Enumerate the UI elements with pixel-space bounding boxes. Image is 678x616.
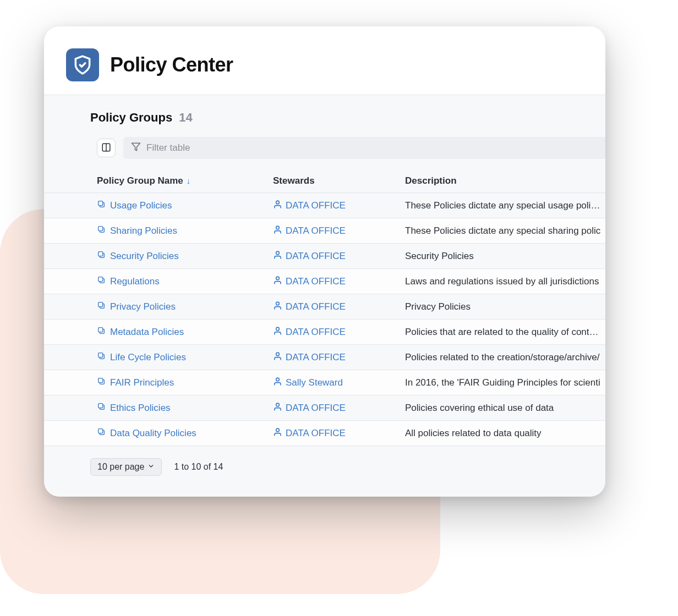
table-row: Data Quality PoliciesDATA OFFICEAll poli…	[44, 421, 605, 446]
steward-name: DATA OFFICE	[286, 226, 346, 237]
policy-description: Policies related to the creation/storage…	[405, 352, 605, 363]
policy-group-name: Privacy Policies	[110, 301, 176, 312]
svg-point-10	[276, 277, 280, 280]
columns-icon	[101, 142, 111, 154]
policy-description: Security Policies	[405, 251, 605, 262]
policy-group-icon	[97, 351, 106, 363]
steward-link[interactable]: DATA OFFICE	[273, 402, 405, 414]
policy-group-link[interactable]: Regulations	[97, 276, 273, 287]
per-page-select[interactable]: 10 per page	[90, 458, 162, 476]
svg-rect-19	[99, 404, 103, 408]
table-row: Metadata PoliciesDATA OFFICEPolicies tha…	[44, 320, 605, 345]
person-icon	[273, 276, 282, 288]
section-title: Policy Groups	[90, 111, 172, 125]
person-icon	[273, 326, 282, 338]
steward-name: DATA OFFICE	[286, 403, 346, 414]
policy-group-name: Ethics Policies	[110, 403, 171, 414]
policy-group-icon	[97, 276, 106, 287]
svg-point-22	[276, 428, 280, 432]
steward-link[interactable]: DATA OFFICE	[273, 351, 405, 364]
person-icon	[273, 250, 282, 262]
columns-button[interactable]	[97, 139, 116, 157]
steward-link[interactable]: DATA OFFICE	[273, 225, 405, 237]
policy-group-name: FAIR Principles	[110, 377, 174, 388]
svg-rect-13	[99, 328, 103, 332]
steward-link[interactable]: DATA OFFICE	[273, 250, 405, 262]
policy-description: Privacy Policies	[405, 301, 605, 312]
policy-table: Policy Group Name ↓ Stewards Description…	[44, 169, 605, 446]
policy-group-link[interactable]: Ethics Policies	[97, 402, 273, 414]
table-toolbar	[44, 137, 605, 159]
policy-group-link[interactable]: Privacy Policies	[97, 301, 273, 312]
content-area: Policy Groups 14 Policy Group Name ↓	[44, 95, 605, 497]
svg-rect-17	[99, 378, 103, 383]
steward-link[interactable]: Sally Steward	[273, 377, 405, 389]
policy-group-link[interactable]: Usage Policies	[97, 200, 273, 211]
table-row: Privacy PoliciesDATA OFFICEPrivacy Polic…	[44, 294, 605, 320]
svg-point-20	[276, 403, 280, 406]
person-icon	[273, 427, 282, 439]
table-row: RegulationsDATA OFFICELaws and regulatio…	[44, 269, 605, 294]
policy-group-name: Metadata Policies	[110, 327, 184, 338]
policy-group-icon	[97, 402, 106, 414]
policy-description: Laws and regulations issued by all juris…	[405, 276, 605, 287]
policy-group-link[interactable]: Sharing Policies	[97, 225, 273, 237]
table-row: Security PoliciesDATA OFFICESecurity Pol…	[44, 244, 605, 269]
policy-group-name: Regulations	[110, 276, 160, 287]
svg-rect-3	[99, 201, 103, 206]
shield-check-icon	[66, 48, 99, 81]
svg-rect-11	[99, 302, 103, 307]
table-footer: 10 per page 1 to 10 of 14	[44, 446, 605, 476]
filter-input[interactable]	[146, 142, 598, 153]
policy-group-name: Security Policies	[110, 251, 179, 262]
policy-group-name: Life Cycle Policies	[110, 352, 186, 363]
page-title: Policy Center	[110, 53, 233, 76]
per-page-label: 10 per page	[97, 462, 144, 472]
svg-rect-15	[99, 353, 103, 358]
policy-group-name: Usage Policies	[110, 200, 172, 211]
policy-group-link[interactable]: Data Quality Policies	[97, 427, 273, 439]
policy-description: These Policies dictate any special usage…	[405, 200, 605, 211]
steward-name: DATA OFFICE	[286, 301, 346, 312]
steward-link[interactable]: DATA OFFICE	[273, 326, 405, 338]
section-header: Policy Groups 14	[44, 111, 605, 137]
person-icon	[273, 301, 282, 313]
table-row: Life Cycle PoliciesDATA OFFICEPolicies r…	[44, 345, 605, 370]
svg-marker-2	[132, 143, 140, 151]
table-row: Ethics PoliciesDATA OFFICEPolicies cover…	[44, 395, 605, 421]
person-icon	[273, 377, 282, 389]
steward-name: Sally Steward	[286, 377, 343, 388]
svg-rect-21	[99, 429, 103, 433]
table-row: Sharing PoliciesDATA OFFICEThese Policie…	[44, 218, 605, 244]
policy-group-link[interactable]: FAIR Principles	[97, 377, 273, 388]
svg-point-12	[276, 302, 280, 305]
policy-group-icon	[97, 301, 106, 312]
svg-point-16	[276, 353, 280, 356]
filter-icon	[131, 142, 141, 154]
steward-name: DATA OFFICE	[286, 251, 346, 262]
svg-point-18	[276, 378, 280, 381]
policy-description: Policies covering ethical use of data	[405, 403, 605, 414]
steward-name: DATA OFFICE	[286, 428, 346, 439]
steward-link[interactable]: DATA OFFICE	[273, 301, 405, 313]
person-icon	[273, 351, 282, 364]
column-header-stewards[interactable]: Stewards	[273, 175, 405, 186]
policy-group-link[interactable]: Life Cycle Policies	[97, 351, 273, 363]
table-body: Usage PoliciesDATA OFFICEThese Policies …	[44, 193, 605, 446]
column-header-description[interactable]: Description	[405, 175, 605, 186]
filter-input-wrap[interactable]	[123, 137, 605, 159]
person-icon	[273, 225, 282, 237]
column-header-name-label: Policy Group Name	[97, 175, 183, 186]
steward-link[interactable]: DATA OFFICE	[273, 200, 405, 212]
steward-name: DATA OFFICE	[286, 200, 346, 211]
steward-link[interactable]: DATA OFFICE	[273, 427, 405, 439]
svg-point-8	[276, 251, 280, 255]
section-count: 14	[179, 111, 192, 125]
column-header-name[interactable]: Policy Group Name ↓	[97, 175, 273, 186]
steward-name: DATA OFFICE	[286, 276, 346, 287]
steward-link[interactable]: DATA OFFICE	[273, 276, 405, 288]
policy-group-link[interactable]: Security Policies	[97, 250, 273, 262]
table-row: FAIR PrinciplesSally StewardIn 2016, the…	[44, 370, 605, 395]
policy-description: All policies related to data quality	[405, 428, 605, 439]
policy-group-link[interactable]: Metadata Policies	[97, 326, 273, 338]
